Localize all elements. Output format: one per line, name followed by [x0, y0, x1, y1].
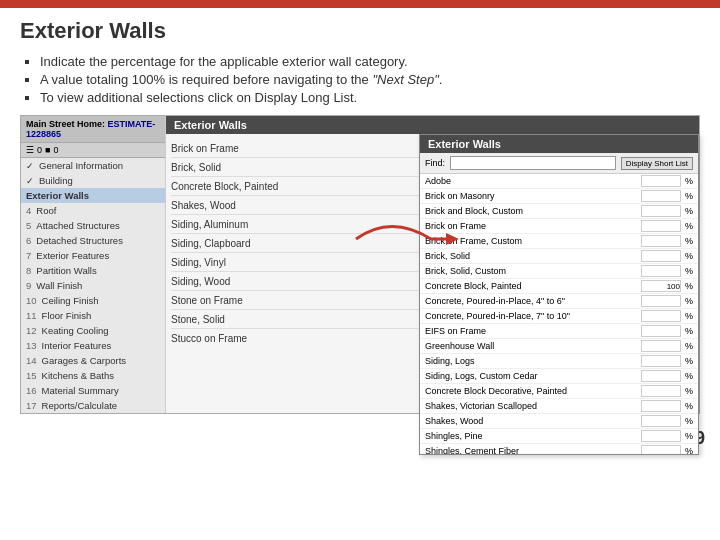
page-title: Exterior Walls: [20, 18, 700, 44]
nav-item-wall-finish[interactable]: 9 Wall Finish: [21, 278, 165, 293]
screenshot-area: Main Street Home: ESTIMATE-1228865 ☰ 0 ■…: [20, 115, 700, 414]
long-list-input-7[interactable]: [641, 280, 681, 292]
long-list-input-10[interactable]: [641, 325, 681, 337]
long-list-item: Brick on Frame, Custom%: [420, 234, 698, 249]
bullet-3: To view additional selections click on D…: [40, 90, 700, 105]
long-list-item: Shingles, Pine%: [420, 429, 698, 444]
long-list-item: Siding, Logs%: [420, 354, 698, 369]
long-list-item: EIFS on Frame%: [420, 324, 698, 339]
long-list-item: Shakes, Victorian Scalloped%: [420, 399, 698, 414]
long-list-input-9[interactable]: [641, 310, 681, 322]
nav-item-exterior-walls[interactable]: Exterior Walls: [21, 188, 165, 203]
long-list-input-17[interactable]: [641, 430, 681, 442]
nav-item-building[interactable]: Building: [21, 173, 165, 188]
nav-item-attached-structures[interactable]: 5 Attached Structures: [21, 218, 165, 233]
long-list-item: Siding, Logs, Custom Cedar%: [420, 369, 698, 384]
long-list-item: Brick, Solid, Custom%: [420, 264, 698, 279]
long-list-input-13[interactable]: [641, 370, 681, 382]
nav-item-general-information[interactable]: General Information: [21, 158, 165, 173]
nav-item-roof[interactable]: 4 Roof: [21, 203, 165, 218]
long-list-item: Brick on Frame%: [420, 219, 698, 234]
find-row: Find: Display Short List: [420, 153, 698, 174]
right-panel: Exterior Walls Brick on Frame%Brick, Sol…: [166, 116, 699, 413]
long-list-input-3[interactable]: [641, 220, 681, 232]
main-content: Exterior Walls Indicate the percentage f…: [0, 8, 720, 424]
long-list-title: Exterior Walls: [420, 135, 698, 153]
long-list-item: Adobe%: [420, 174, 698, 189]
long-list-item: Brick and Block, Custom%: [420, 204, 698, 219]
nav-item-garages-carports[interactable]: 14 Garages & Carports: [21, 353, 165, 368]
long-list-item: Concrete Block, Painted%: [420, 279, 698, 294]
long-list-input-8[interactable]: [641, 295, 681, 307]
long-list-item: Concrete, Poured-in-Place, 4" to 6"%: [420, 294, 698, 309]
long-list-input-5[interactable]: [641, 250, 681, 262]
long-list-input-11[interactable]: [641, 340, 681, 352]
nav-item-interior-features[interactable]: 13 Interior Features: [21, 338, 165, 353]
top-bar: [0, 0, 720, 8]
bullet-2: A value totaling 100% is required before…: [40, 72, 700, 87]
bullet-1: Indicate the percentage for the applicab…: [40, 54, 700, 69]
nav-items: General Information Building Exterior Wa…: [21, 158, 165, 413]
long-list-input-0[interactable]: [641, 175, 681, 187]
bullet-list: Indicate the percentage for the applicab…: [40, 54, 700, 105]
nav-item-partition-walls[interactable]: 8 Partition Walls: [21, 263, 165, 278]
long-list-input-12[interactable]: [641, 355, 681, 367]
long-list-item: Concrete, Poured-in-Place, 7" to 10"%: [420, 309, 698, 324]
long-list-input-18[interactable]: [641, 445, 681, 454]
nav-item-reports-calculate[interactable]: 17 Reports/Calculate: [21, 398, 165, 413]
app-container: Exterior Walls Indicate the percentage f…: [0, 8, 720, 454]
main-street-header: Main Street Home: ESTIMATE-1228865: [21, 116, 165, 143]
find-input[interactable]: [450, 156, 616, 170]
left-panel: Main Street Home: ESTIMATE-1228865 ☰ 0 ■…: [21, 116, 166, 413]
long-list-item: Brick on Masonry%: [420, 189, 698, 204]
long-list-item: Shakes, Wood%: [420, 414, 698, 429]
display-short-button[interactable]: Display Short List: [621, 157, 693, 170]
form-area: Brick on Frame%Brick, Solid%Concrete Blo…: [166, 134, 699, 413]
long-list-item: Greenhouse Wall%: [420, 339, 698, 354]
nav-item-ceiling-finish[interactable]: 10 Ceiling Finish: [21, 293, 165, 308]
long-list-input-1[interactable]: [641, 190, 681, 202]
nav-item-material-summary[interactable]: 16 Material Summary: [21, 383, 165, 398]
long-list-item: Brick, Solid%: [420, 249, 698, 264]
long-list-input-16[interactable]: [641, 415, 681, 427]
long-list-input-6[interactable]: [641, 265, 681, 277]
long-list-input-15[interactable]: [641, 400, 681, 412]
nav-item-floor-finish[interactable]: 11 Floor Finish: [21, 308, 165, 323]
long-list-item: Shingles, Cement Fiber%: [420, 444, 698, 454]
long-list-input-4[interactable]: [641, 235, 681, 247]
long-list-input-2[interactable]: [641, 205, 681, 217]
long-list-items: Adobe%Brick on Masonry%Brick and Block, …: [420, 174, 698, 454]
long-list-panel: Exterior Walls Find: Display Short List …: [419, 134, 699, 455]
nav-item-heating-cooling[interactable]: 12 Keating Cooling: [21, 323, 165, 338]
nav-item-exterior-features[interactable]: 7 Exterior Features: [21, 248, 165, 263]
long-list-input-14[interactable]: [641, 385, 681, 397]
nav-item-detached-structures[interactable]: 6 Detached Structures: [21, 233, 165, 248]
toolbar-row: ☰ 0 ■ 0: [21, 143, 165, 158]
panel-header: Exterior Walls: [166, 116, 699, 134]
nav-item-kitchens-baths[interactable]: 15 Kitchens & Baths: [21, 368, 165, 383]
long-list-item: Concrete Block Decorative, Painted%: [420, 384, 698, 399]
